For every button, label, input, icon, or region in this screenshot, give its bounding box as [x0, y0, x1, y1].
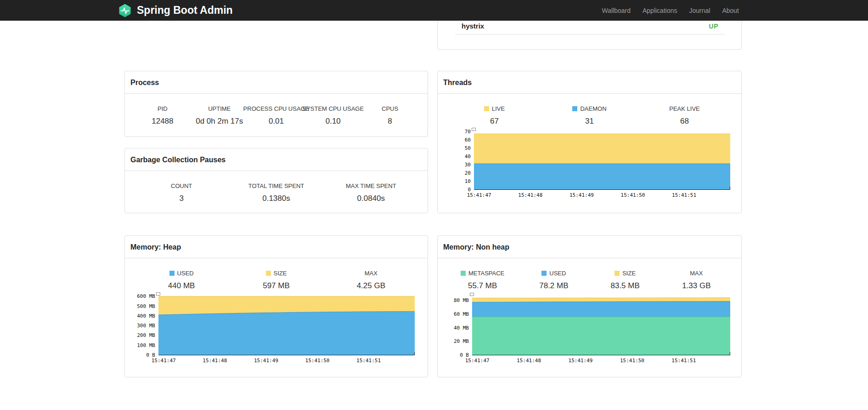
stat-label: COUNT	[134, 182, 229, 189]
legend-max: MAX 4.25 GB	[324, 270, 418, 290]
memory-nonheap-card: Memory: Non heap METASPACE 55.7 MB USED …	[437, 235, 742, 377]
legend-live: LIVE 67	[447, 105, 542, 126]
nonheap-card-title: Memory: Non heap	[438, 236, 741, 258]
legend-value: 83.5 MB	[590, 281, 661, 290]
threads-chart-plot	[474, 130, 730, 189]
threads-card: Threads LIVE 67 DAEMON 31 PEAK LIVE 68 0…	[437, 71, 742, 213]
brand-title: Spring Boot Admin	[137, 4, 233, 17]
stat-gc-max-time: MAX TIME SPENT 0.0840s	[324, 182, 418, 203]
brand-link[interactable]: Spring Boot Admin	[118, 4, 233, 17]
axis-notch	[470, 293, 474, 296]
stat-value: 0.10	[304, 117, 361, 126]
legend-text: DAEMON	[580, 105, 606, 112]
legend-label: USED	[518, 270, 589, 277]
size-legend-swatch-icon	[266, 271, 271, 276]
legend-value: 68	[637, 117, 732, 126]
live-legend-swatch-icon	[484, 106, 489, 111]
legend-used: USED 78.2 MB	[518, 270, 589, 290]
stat-value: 0.1380s	[229, 194, 323, 203]
legend-value: 78.2 MB	[518, 281, 589, 290]
stat-value: 0.01	[248, 117, 305, 126]
legend-value: 67	[447, 117, 542, 126]
application-status-badge: UP	[709, 23, 718, 30]
gc-card-title: Garbage Collection Pauses	[125, 148, 428, 171]
legend-label: METASPACE	[447, 270, 518, 277]
legend-metaspace: METASPACE 55.7 MB	[447, 270, 518, 290]
size-legend-swatch-icon	[614, 271, 620, 276]
heap-chart-plot	[158, 294, 415, 355]
legend-value: 4.25 GB	[324, 281, 418, 290]
stat-label: SYSTEM CPU USAGE	[304, 105, 361, 112]
nonheap-chart-plot	[472, 295, 730, 355]
threads-card-title: Threads	[438, 71, 741, 94]
nav-link-about[interactable]: About	[716, 7, 745, 14]
gc-pauses-card: Garbage Collection Pauses COUNT 3 TOTAL …	[124, 148, 428, 213]
legend-value: 55.7 MB	[447, 281, 518, 290]
axis-notch	[472, 128, 476, 131]
legend-label: SIZE	[590, 270, 661, 277]
memory-heap-card: Memory: Heap USED 440 MB SIZE 597 MB MAX…	[124, 235, 428, 377]
legend-value: 440 MB	[134, 281, 229, 290]
navbar-inner: Spring Boot Admin Wallboard Applications…	[0, 0, 868, 21]
process-card-title: Process	[125, 71, 428, 94]
stat-uptime: UPTIME 0d 0h 2m 17s	[191, 105, 248, 126]
nonheap-chart: 0 B20 MB40 MB60 MB80 MB 15:41:4715:41:48…	[472, 295, 730, 355]
used-legend-swatch-icon	[169, 271, 175, 276]
legend-text: SIZE	[274, 270, 287, 277]
legend-peak-live: PEAK LIVE 68	[637, 105, 732, 126]
heap-card-title: Memory: Heap	[125, 236, 428, 258]
legend-text: METASPACE	[468, 270, 504, 277]
legend-label: USED	[134, 270, 229, 277]
legend-value: 31	[542, 117, 637, 126]
legend-text: SIZE	[622, 270, 636, 277]
metaspace-legend-swatch-icon	[461, 271, 466, 276]
legend-max: MAX 1.33 GB	[661, 270, 732, 290]
legend-value: 597 MB	[229, 281, 323, 290]
legend-label: MAX	[661, 270, 732, 277]
legend-size: SIZE 83.5 MB	[590, 270, 661, 290]
stat-value: 3	[134, 194, 229, 203]
legend-text: USED	[549, 270, 566, 277]
legend-label: DAEMON	[542, 105, 637, 112]
process-card: Process PID 12488 UPTIME 0d 0h 2m 17s PR…	[124, 71, 428, 137]
application-name-link[interactable]: hystrix	[462, 22, 484, 30]
gc-stats: COUNT 3 TOTAL TIME SPENT 0.1380s MAX TIM…	[125, 171, 428, 213]
nav-link-journal[interactable]: Journal	[683, 7, 716, 14]
heap-chart: 0 B100 MB200 MB300 MB400 MB500 MB600 MB …	[158, 294, 415, 355]
stat-system-cpu: SYSTEM CPU USAGE 0.10	[304, 105, 361, 126]
stat-value: 0.0840s	[324, 194, 418, 203]
navbar: Spring Boot Admin Wallboard Applications…	[0, 0, 868, 21]
nav-link-applications[interactable]: Applications	[637, 7, 683, 14]
stat-label: MAX TIME SPENT	[324, 182, 418, 189]
legend-text: MAX	[690, 270, 703, 277]
legend-label: SIZE	[229, 270, 323, 277]
stat-label: PID	[134, 105, 191, 112]
stat-process-cpu: PROCESS CPU USAGE 0.01	[248, 105, 305, 126]
stat-label: TOTAL TIME SPENT	[229, 182, 323, 189]
nav-link-wallboard[interactable]: Wallboard	[596, 7, 637, 14]
used-legend-swatch-icon	[541, 271, 547, 276]
daemon-legend-swatch-icon	[572, 106, 577, 111]
legend-text: USED	[177, 270, 194, 277]
legend-label: PEAK LIVE	[637, 105, 732, 112]
legend-size: SIZE 597 MB	[229, 270, 323, 290]
axis-end-tick	[414, 352, 415, 355]
nav-links: Wallboard Applications Journal About	[596, 7, 745, 14]
stat-cpus: CPUS 8	[361, 105, 418, 126]
stat-gc-count: COUNT 3	[134, 182, 229, 203]
stat-label: UPTIME	[191, 105, 248, 112]
legend-text: MAX	[365, 270, 378, 277]
axis-notch	[156, 292, 160, 296]
stat-label: PROCESS CPU USAGE	[248, 105, 305, 112]
stat-value: 12488	[134, 117, 191, 126]
legend-text: LIVE	[492, 105, 505, 112]
axis-end-tick	[730, 352, 730, 355]
legend-daemon: DAEMON 31	[542, 105, 637, 126]
process-stats: PID 12488 UPTIME 0d 0h 2m 17s PROCESS CP…	[125, 94, 428, 136]
threads-chart: 010203040506070 15:41:4715:41:4815:41:49…	[474, 130, 730, 190]
legend-text: PEAK LIVE	[669, 105, 699, 112]
stat-gc-total-time: TOTAL TIME SPENT 0.1380s	[229, 182, 323, 203]
spring-boot-admin-logo-icon	[118, 4, 132, 17]
legend-label: LIVE	[447, 105, 542, 112]
stat-value: 0d 0h 2m 17s	[191, 117, 248, 126]
